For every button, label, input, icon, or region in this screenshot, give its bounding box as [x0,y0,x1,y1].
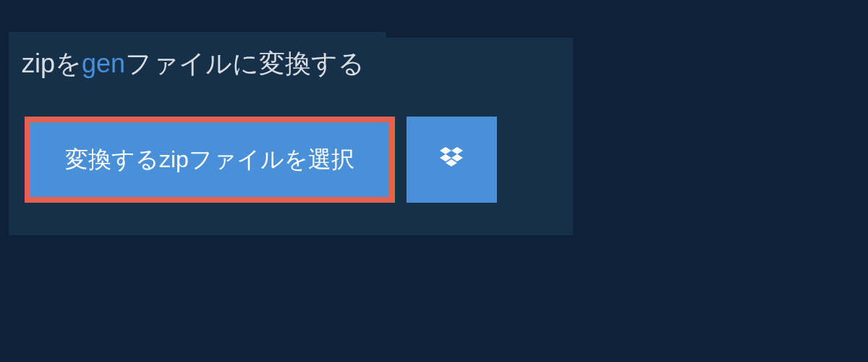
heading-container: zipをgenファイルに変換する [9,32,386,95]
page-heading: zipをgenファイルに変換する [22,48,365,79]
converter-panel: zipをgenファイルに変換する 変換するzipファイルを選択 [9,38,573,235]
dropbox-icon [437,144,466,175]
heading-accent: gen [82,49,125,78]
heading-part1: zipを [22,49,82,78]
select-file-button[interactable]: 変換するzipファイルを選択 [25,117,395,202]
button-row: 変換するzipファイルを選択 [25,117,573,202]
select-file-label: 変換するzipファイルを選択 [65,146,354,172]
heading-part2: ファイルに変換する [125,49,365,78]
dropbox-button[interactable] [407,117,497,202]
